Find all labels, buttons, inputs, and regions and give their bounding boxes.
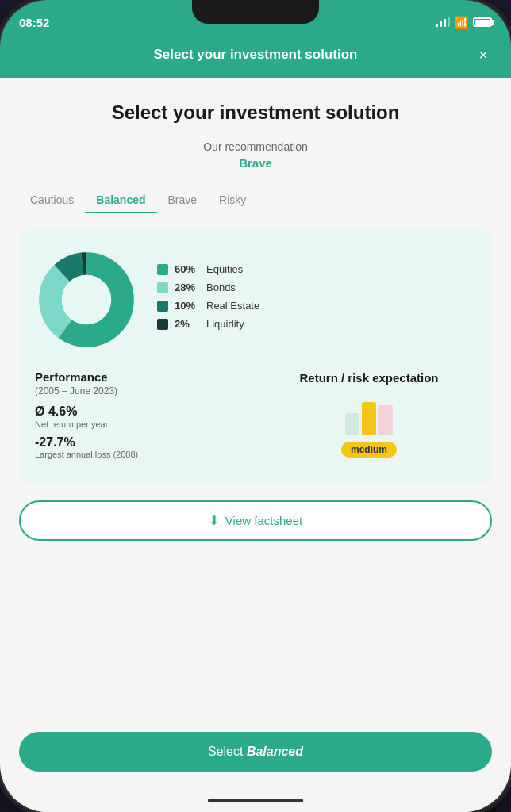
chart-container: 60% Equities 28% Bonds 10% Real Estate [35,248,476,351]
factsheet-button[interactable]: ⬇ View factsheet [19,500,492,541]
recommendation-value: Brave [19,156,492,170]
phone-frame: 08:52 📶 Select your investment solution … [0,0,511,812]
close-button[interactable]: × [471,43,495,67]
avg-return-value: Ø 4.6% [35,404,249,419]
tab-balanced[interactable]: Balanced [85,187,156,213]
tab-bar: Cautious Balanced Brave Risky [19,187,492,213]
realestate-label: Real Estate [206,300,259,312]
equities-pct: 60% [175,263,200,275]
bonds-color [157,282,168,293]
legend-item-equities: 60% Equities [157,263,476,275]
risk-section: Return / risk expectation medium [262,370,476,458]
max-loss-label: Largest annual loss (2008) [35,450,249,459]
select-balanced-button[interactable]: Select Balanced [19,732,492,772]
bonds-label: Bonds [206,282,236,293]
tab-cautious[interactable]: Cautious [19,187,85,213]
equities-color [157,264,168,275]
wifi-icon: 📶 [455,16,468,29]
risk-bar-chart [262,396,476,435]
factsheet-label: View factsheet [225,514,302,527]
chart-section: 60% Equities 28% Bonds 10% Real Estate [19,229,492,485]
select-section: Select Balanced [0,732,511,792]
risk-bar-3 [378,405,393,435]
page-title: Select your investment solution [19,100,492,124]
legend-item-bonds: 28% Bonds [157,282,476,293]
recommendation-label: Our recommendation [19,140,492,153]
status-icons: 📶 [436,13,492,29]
status-time: 08:52 [19,13,49,29]
performance-section: Performance (2005 – June 2023) Ø 4.6% Ne… [35,370,249,465]
risk-bar-1 [345,413,359,435]
bonds-pct: 28% [175,282,200,293]
risk-badge: medium [341,442,397,458]
notch [192,0,319,24]
tab-brave[interactable]: Brave [157,187,209,213]
equities-label: Equities [206,263,243,275]
avg-return-label: Net return per year [35,419,249,429]
tab-risky[interactable]: Risky [208,187,257,213]
realestate-color [157,301,168,312]
risk-title: Return / risk expectation [262,370,476,386]
battery-icon [473,17,492,27]
performance-title: Performance [35,370,249,384]
home-indicator [0,792,511,812]
home-bar [208,799,303,802]
header-title: Select your investment solution [40,47,471,63]
recommendation-section: Our recommendation Brave [19,140,492,170]
liquidity-pct: 2% [175,318,200,330]
signal-icon [436,17,450,27]
legend-item-liquidity: 2% Liquidity [157,318,476,330]
risk-bar-2 [362,402,376,435]
download-icon: ⬇ [209,513,219,528]
header-bar: Select your investment solution × [0,35,511,78]
chart-legend: 60% Equities 28% Bonds 10% Real Estate [157,263,476,336]
max-loss-value: -27.7% [35,435,249,450]
liquidity-color [157,319,168,330]
stats-row: Performance (2005 – June 2023) Ø 4.6% Ne… [35,370,476,465]
realestate-pct: 10% [175,300,200,312]
performance-subtitle: (2005 – June 2023) [35,385,249,396]
donut-chart [35,248,138,351]
legend-item-realestate: 10% Real Estate [157,300,476,312]
main-content: Select your investment solution Our reco… [0,78,511,812]
liquidity-label: Liquidity [206,318,244,330]
svg-point-5 [62,275,111,324]
